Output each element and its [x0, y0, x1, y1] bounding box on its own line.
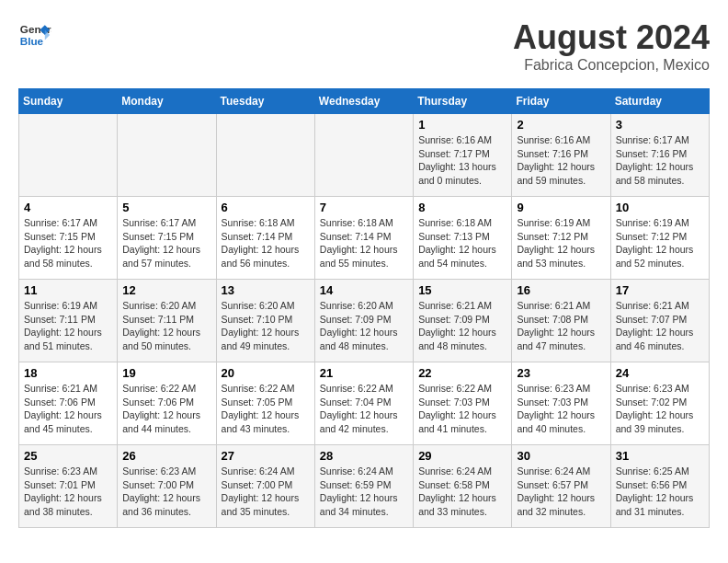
day-info: Sunrise: 6:18 AMSunset: 7:14 PMDaylight:… — [320, 216, 408, 270]
calendar-table: SundayMondayTuesdayWednesdayThursdayFrid… — [18, 88, 710, 528]
calendar-cell: 12Sunrise: 6:20 AMSunset: 7:11 PMDayligh… — [118, 280, 216, 362]
day-info: Sunrise: 6:23 AMSunset: 7:02 PMDaylight:… — [616, 382, 704, 436]
day-info: Sunrise: 6:21 AMSunset: 7:06 PMDaylight:… — [24, 382, 112, 436]
calendar-cell: 24Sunrise: 6:23 AMSunset: 7:02 PMDayligh… — [610, 362, 709, 445]
day-info: Sunrise: 6:20 AMSunset: 7:09 PMDaylight:… — [320, 299, 408, 353]
day-number: 24 — [616, 366, 704, 380]
day-number: 15 — [418, 283, 506, 297]
day-number: 8 — [418, 201, 506, 214]
calendar-cell: 26Sunrise: 6:23 AMSunset: 7:00 PMDayligh… — [118, 445, 216, 528]
day-info: Sunrise: 6:22 AMSunset: 7:03 PMDaylight:… — [418, 382, 506, 436]
day-number: 18 — [24, 366, 112, 380]
day-number: 1 — [418, 118, 506, 132]
calendar-cell — [19, 114, 118, 197]
calendar-cell: 23Sunrise: 6:23 AMSunset: 7:03 PMDayligh… — [512, 362, 610, 445]
day-number: 16 — [517, 283, 605, 297]
calendar-cell: 17Sunrise: 6:21 AMSunset: 7:07 PMDayligh… — [610, 280, 709, 362]
day-info: Sunrise: 6:21 AMSunset: 7:09 PMDaylight:… — [418, 299, 506, 353]
calendar-cell: 28Sunrise: 6:24 AMSunset: 6:59 PMDayligh… — [314, 445, 413, 528]
header-monday: Monday — [118, 89, 216, 114]
day-info: Sunrise: 6:21 AMSunset: 7:07 PMDaylight:… — [616, 299, 704, 353]
calendar-cell: 13Sunrise: 6:20 AMSunset: 7:10 PMDayligh… — [216, 280, 314, 362]
day-info: Sunrise: 6:19 AMSunset: 7:12 PMDaylight:… — [616, 216, 704, 270]
day-number: 9 — [517, 201, 605, 214]
title-block: August 2024 Fabrica Concepcion, Mexico — [513, 18, 710, 74]
day-number: 20 — [222, 366, 310, 380]
calendar-cell: 8Sunrise: 6:18 AMSunset: 7:13 PMDaylight… — [414, 197, 512, 280]
week-row-1: 1Sunrise: 6:16 AMSunset: 7:17 PMDaylight… — [19, 114, 710, 197]
day-info: Sunrise: 6:21 AMSunset: 7:08 PMDaylight:… — [517, 299, 605, 353]
day-info: Sunrise: 6:22 AMSunset: 7:04 PMDaylight:… — [320, 382, 408, 436]
week-row-5: 25Sunrise: 6:23 AMSunset: 7:01 PMDayligh… — [19, 445, 710, 528]
day-info: Sunrise: 6:24 AMSunset: 6:57 PMDaylight:… — [517, 465, 605, 519]
svg-text:Blue: Blue — [20, 35, 44, 47]
calendar-cell: 19Sunrise: 6:22 AMSunset: 7:06 PMDayligh… — [118, 362, 216, 445]
header-saturday: Saturday — [610, 89, 709, 114]
calendar-cell: 10Sunrise: 6:19 AMSunset: 7:12 PMDayligh… — [610, 197, 709, 280]
day-info: Sunrise: 6:23 AMSunset: 7:01 PMDaylight:… — [24, 465, 112, 519]
calendar-cell: 2Sunrise: 6:16 AMSunset: 7:16 PMDaylight… — [512, 114, 610, 197]
day-number: 3 — [616, 118, 704, 132]
calendar-cell: 15Sunrise: 6:21 AMSunset: 7:09 PMDayligh… — [414, 280, 512, 362]
day-info: Sunrise: 6:19 AMSunset: 7:12 PMDaylight:… — [517, 216, 605, 270]
day-info: Sunrise: 6:22 AMSunset: 7:06 PMDaylight:… — [122, 382, 210, 436]
week-row-4: 18Sunrise: 6:21 AMSunset: 7:06 PMDayligh… — [19, 362, 710, 445]
day-info: Sunrise: 6:19 AMSunset: 7:11 PMDaylight:… — [24, 299, 112, 353]
day-number: 5 — [122, 201, 210, 214]
calendar-cell: 11Sunrise: 6:19 AMSunset: 7:11 PMDayligh… — [19, 280, 118, 362]
calendar-cell: 21Sunrise: 6:22 AMSunset: 7:04 PMDayligh… — [314, 362, 413, 445]
calendar-cell: 14Sunrise: 6:20 AMSunset: 7:09 PMDayligh… — [314, 280, 413, 362]
month-title: August 2024 — [513, 18, 710, 57]
day-number: 10 — [616, 201, 704, 214]
day-number: 25 — [24, 449, 112, 463]
day-info: Sunrise: 6:24 AMSunset: 6:58 PMDaylight:… — [418, 465, 506, 519]
day-number: 2 — [517, 118, 605, 132]
calendar-cell: 27Sunrise: 6:24 AMSunset: 7:00 PMDayligh… — [216, 445, 314, 528]
location: Fabrica Concepcion, Mexico — [513, 57, 710, 74]
day-number: 27 — [222, 449, 310, 463]
day-number: 31 — [616, 449, 704, 463]
header-friday: Friday — [512, 89, 610, 114]
calendar-cell: 5Sunrise: 6:17 AMSunset: 7:15 PMDaylight… — [118, 197, 216, 280]
logo-icon: General Blue — [18, 18, 51, 52]
page-header: General Blue August 2024 Fabrica Concepc… — [18, 18, 710, 74]
day-number: 26 — [122, 449, 210, 463]
day-info: Sunrise: 6:18 AMSunset: 7:14 PMDaylight:… — [222, 216, 310, 270]
day-info: Sunrise: 6:16 AMSunset: 7:17 PMDaylight:… — [418, 133, 506, 188]
day-number: 23 — [517, 366, 605, 380]
calendar-cell: 6Sunrise: 6:18 AMSunset: 7:14 PMDaylight… — [216, 197, 314, 280]
header-thursday: Thursday — [414, 89, 512, 114]
day-info: Sunrise: 6:23 AMSunset: 7:00 PMDaylight:… — [122, 465, 210, 519]
calendar-cell: 9Sunrise: 6:19 AMSunset: 7:12 PMDaylight… — [512, 197, 610, 280]
calendar-cell: 16Sunrise: 6:21 AMSunset: 7:08 PMDayligh… — [512, 280, 610, 362]
calendar-cell — [216, 114, 314, 197]
day-number: 7 — [320, 201, 408, 214]
calendar-cell: 18Sunrise: 6:21 AMSunset: 7:06 PMDayligh… — [19, 362, 118, 445]
day-number: 17 — [616, 283, 704, 297]
calendar-cell: 30Sunrise: 6:24 AMSunset: 6:57 PMDayligh… — [512, 445, 610, 528]
calendar-cell: 3Sunrise: 6:17 AMSunset: 7:16 PMDaylight… — [610, 114, 709, 197]
day-info: Sunrise: 6:16 AMSunset: 7:16 PMDaylight:… — [517, 133, 605, 188]
calendar-cell: 29Sunrise: 6:24 AMSunset: 6:58 PMDayligh… — [414, 445, 512, 528]
day-info: Sunrise: 6:17 AMSunset: 7:15 PMDaylight:… — [122, 216, 210, 270]
week-row-3: 11Sunrise: 6:19 AMSunset: 7:11 PMDayligh… — [19, 280, 710, 362]
day-number: 29 — [418, 449, 506, 463]
logo: General Blue — [18, 18, 51, 52]
day-info: Sunrise: 6:17 AMSunset: 7:15 PMDaylight:… — [24, 216, 112, 270]
calendar-cell: 7Sunrise: 6:18 AMSunset: 7:14 PMDaylight… — [314, 197, 413, 280]
header-wednesday: Wednesday — [314, 89, 413, 114]
calendar-cell: 1Sunrise: 6:16 AMSunset: 7:17 PMDaylight… — [414, 114, 512, 197]
calendar-cell: 20Sunrise: 6:22 AMSunset: 7:05 PMDayligh… — [216, 362, 314, 445]
day-number: 21 — [320, 366, 408, 380]
calendar-cell: 25Sunrise: 6:23 AMSunset: 7:01 PMDayligh… — [19, 445, 118, 528]
day-info: Sunrise: 6:25 AMSunset: 6:56 PMDaylight:… — [616, 465, 704, 519]
day-number: 11 — [24, 283, 112, 297]
day-number: 12 — [122, 283, 210, 297]
calendar-cell: 31Sunrise: 6:25 AMSunset: 6:56 PMDayligh… — [610, 445, 709, 528]
day-info: Sunrise: 6:20 AMSunset: 7:10 PMDaylight:… — [222, 299, 310, 353]
calendar-cell — [314, 114, 413, 197]
day-number: 13 — [222, 283, 310, 297]
day-number: 14 — [320, 283, 408, 297]
header-sunday: Sunday — [19, 89, 118, 114]
day-number: 28 — [320, 449, 408, 463]
